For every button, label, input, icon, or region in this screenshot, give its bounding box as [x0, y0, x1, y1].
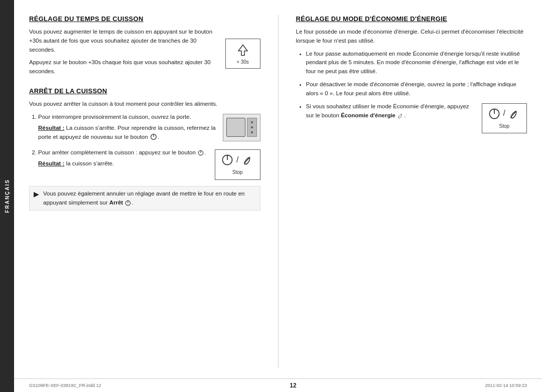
- section-economie: RÉGLAGE DU MODE D'ÉCONOMIE D'ÉNERGIE Le …: [296, 15, 527, 135]
- step1-text: Pour interrompre provisoirement la cuiss…: [38, 114, 191, 120]
- arret-steps: Pour interrompre provisoirement la cuiss…: [29, 113, 260, 182]
- svg-point-12: [511, 117, 512, 118]
- stop-label-left: Stop: [232, 168, 243, 176]
- page-footer: GS109FE-XEF-03819C_FR.indd 12 12 2011-02…: [14, 378, 542, 392]
- step2: / Stop: [38, 148, 260, 182]
- bullet-2-text: Pour désactiver le mode d'économie d'éne…: [306, 81, 516, 96]
- eco-icon-left: [241, 153, 255, 167]
- economie-bold: Économie d'énergie: [341, 112, 395, 118]
- step1-result-text: La cuisson s'arrête. Pour reprendre la c…: [38, 125, 216, 140]
- stop-box-right-inner: / Stop: [482, 103, 527, 134]
- microwave-img: [223, 114, 260, 141]
- footer-right: 2011-02-14 10:59:23: [485, 383, 527, 388]
- stop-icon-box-left: / Stop: [215, 149, 260, 180]
- economie-para1: Le four possède un mode d'économie d'éne…: [296, 28, 527, 46]
- plus30s-label: + 30s: [236, 59, 249, 65]
- right-column: RÉGLAGE DU MODE D'ÉCONOMIE D'ÉNERGIE Le …: [296, 15, 527, 368]
- columns: RÉGLAGE DU TEMPS DE CUISSON + 30s Vous p…: [29, 15, 527, 368]
- svg-point-5: [244, 163, 245, 165]
- microwave-panel: [247, 118, 257, 137]
- stop-inline-icon: [197, 149, 204, 156]
- plus30s-icon-box: + 30s: [225, 39, 260, 69]
- step2-content: / Stop: [38, 148, 260, 182]
- economie-bullets: Le four passe automatiquement en mode Éc…: [296, 50, 527, 136]
- step2-result-label: Résultat :: [38, 160, 64, 166]
- stop-combo: /: [220, 153, 254, 167]
- section-title-economie: RÉGLAGE DU MODE D'ÉCONOMIE D'ÉNERGIE: [296, 15, 527, 23]
- svg-marker-0: [238, 45, 247, 56]
- page-number: 12: [101, 382, 485, 389]
- bullet-1: Le four passe automatiquement en mode Éc…: [306, 50, 527, 76]
- eco-icon-right: [507, 107, 521, 121]
- note-bold: Arrêt: [109, 200, 125, 206]
- step1-content: Pour interrompre provisoirement la cuiss…: [38, 113, 260, 145]
- plus30s-icon: [235, 43, 250, 58]
- bullet-3-text: Si vous souhaitez utiliser le mode Écono…: [306, 103, 469, 118]
- arrêt-icon: [124, 200, 131, 207]
- slash-sep: /: [236, 154, 238, 166]
- note-text: Vous pouvez également annuler un réglage…: [43, 189, 256, 208]
- stop-box: / Stop: [215, 149, 260, 180]
- sidebar: FRANÇAIS: [0, 0, 14, 392]
- left-column: RÉGLAGE DU TEMPS DE CUISSON + 30s Vous p…: [29, 15, 260, 368]
- step1-result-label: Résultat :: [38, 125, 64, 131]
- microwave-door: [226, 118, 245, 137]
- stop-label-right: Stop: [499, 122, 509, 130]
- bullet-3-content: / Stop: [306, 102, 527, 136]
- step2-text: Pour arrêter complètement la cuisson : a…: [38, 149, 206, 155]
- microwave-image-box: [223, 114, 260, 141]
- footer-left: GS109FE-XEF-03819C_FR.indd 12: [29, 383, 101, 388]
- info-arrow-icon: ▶: [34, 190, 39, 198]
- arret-intro: Vous pouvez arrêter la cuisson à tout mo…: [29, 100, 260, 109]
- stop-circle-icon: [220, 153, 234, 167]
- stop-circle-icon-right: [487, 107, 501, 121]
- section-temps-cuisson: RÉGLAGE DU TEMPS DE CUISSON + 30s Vous p…: [29, 15, 260, 80]
- page-container: FRANÇAIS RÉGLAGE DU TEMPS DE CUISSON: [0, 0, 542, 392]
- power-icon-step1: [150, 133, 158, 141]
- stop-icon-box-right: / Stop: [482, 103, 527, 134]
- stop-combo-right: /: [487, 107, 521, 121]
- bullet-3: / Stop: [306, 102, 527, 136]
- sidebar-label: FRANÇAIS: [5, 179, 10, 213]
- main-content: RÉGLAGE DU TEMPS DE CUISSON + 30s Vous p…: [14, 0, 542, 378]
- section-title-arret: ARRÊT DE LA CUISSON: [29, 87, 260, 95]
- info-note: ▶ Vous pouvez également annuler un régla…: [29, 186, 260, 211]
- eco-inline-icon: [397, 112, 404, 119]
- step2-result-text: la cuisson s'arrête.: [66, 160, 114, 166]
- bullet-1-text: Le four passe automatiquement en mode Éc…: [306, 51, 520, 75]
- column-divider: [278, 15, 279, 368]
- section1-content: + 30s Vous pouvez augmenter le temps de …: [29, 28, 260, 80]
- bullet-2: Pour désactiver le mode d'économie d'éne…: [306, 80, 527, 98]
- step1: Pour interrompre provisoirement la cuiss…: [38, 113, 260, 145]
- section-arret-cuisson: ARRÊT DE LA CUISSON Vous pouvez arrêter …: [29, 87, 260, 211]
- section-title-temps: RÉGLAGE DU TEMPS DE CUISSON: [29, 15, 260, 23]
- slash-sep-right: /: [503, 107, 505, 120]
